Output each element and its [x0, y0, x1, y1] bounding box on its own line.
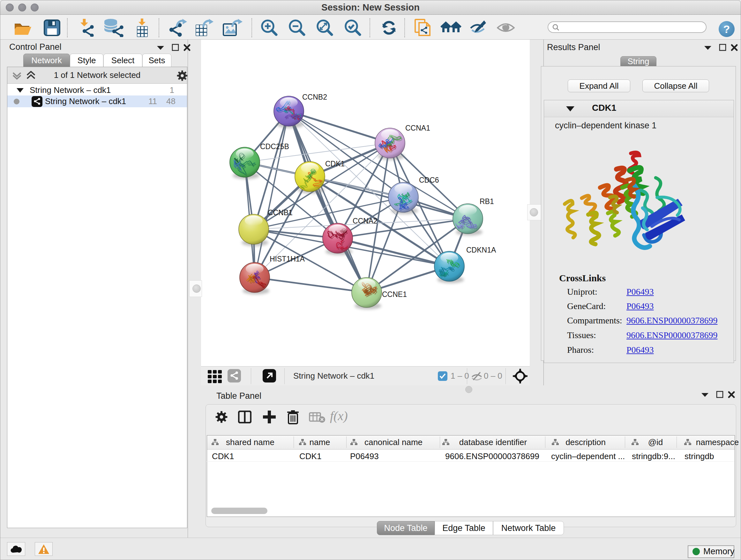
- svg-text:HIST1H1A: HIST1H1A: [270, 255, 305, 263]
- svg-text:CCNB1: CCNB1: [268, 208, 293, 217]
- svg-text:CCNA1: CCNA1: [405, 124, 430, 132]
- svg-text:CDC6: CDC6: [419, 176, 439, 184]
- svg-text:CDKN1A: CDKN1A: [466, 246, 496, 254]
- svg-text:CCNA2: CCNA2: [353, 217, 378, 225]
- svg-text:RB1: RB1: [480, 197, 494, 206]
- svg-text:CCNB2: CCNB2: [302, 93, 327, 101]
- svg-text:CDC25B: CDC25B: [260, 142, 289, 151]
- svg-text:CCNE1: CCNE1: [382, 290, 407, 299]
- svg-text:CDK1: CDK1: [325, 160, 345, 168]
